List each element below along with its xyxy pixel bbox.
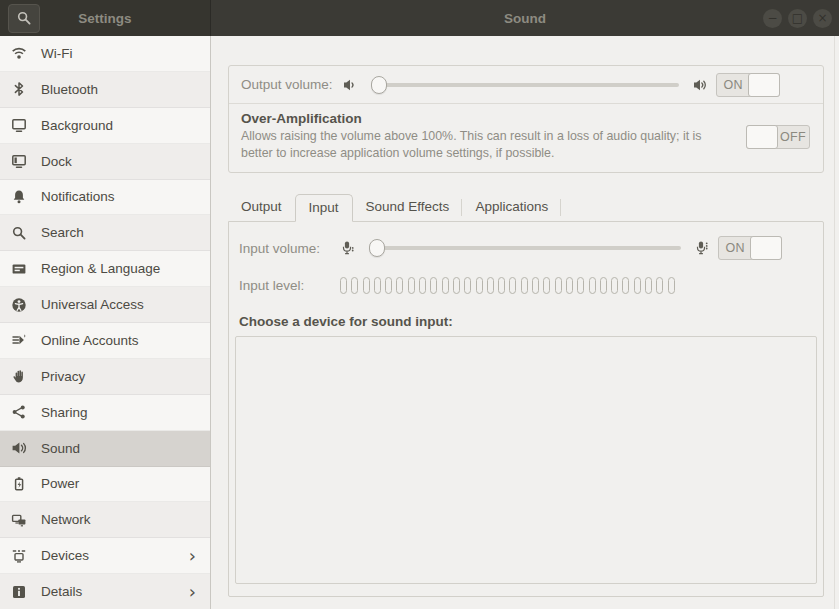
sidebar-item-background[interactable]: Background	[0, 108, 210, 144]
universal-access-icon	[10, 297, 28, 313]
maximize-button[interactable]: □	[788, 9, 807, 28]
level-segment	[668, 277, 675, 294]
sidebar-item-sound[interactable]: Sound	[0, 431, 210, 467]
sidebar-item-network[interactable]: Network	[0, 502, 210, 538]
sidebar-item-label: Notifications	[41, 189, 198, 204]
level-segment	[566, 277, 573, 294]
input-volume-slider-handle[interactable]	[369, 239, 385, 257]
slider-track[interactable]	[369, 246, 681, 250]
level-segment	[543, 277, 550, 294]
sidebar-headerbar: Settings	[0, 0, 211, 36]
settings-window: Settings Sound −□× Wi-FiBluetoothBackgro…	[0, 0, 839, 609]
background-icon	[10, 117, 28, 133]
input-volume-slider[interactable]	[369, 238, 681, 258]
power-icon	[10, 476, 28, 492]
slider-track[interactable]	[371, 83, 679, 87]
minimize-button[interactable]: −	[763, 9, 782, 28]
level-segment	[408, 277, 415, 294]
level-segment	[351, 277, 358, 294]
titlebar: Settings Sound −□×	[0, 0, 839, 36]
input-level-row: Input level:	[235, 273, 817, 297]
switch-handle[interactable]	[750, 236, 782, 260]
sidebar-item-region-language[interactable]: Region & Language	[0, 251, 210, 287]
volume-high-icon	[692, 77, 708, 93]
level-segment	[430, 277, 437, 294]
sidebar-item-label: Online Accounts	[41, 333, 198, 348]
sidebar-item-universal-access[interactable]: Universal Access	[0, 287, 210, 323]
sidebar-item-label: Universal Access	[41, 297, 198, 312]
level-segment	[374, 277, 381, 294]
level-segment	[396, 277, 403, 294]
close-button[interactable]: ×	[813, 9, 832, 28]
tab-output[interactable]: Output	[228, 194, 295, 221]
sidebar-item-notifications[interactable]: Notifications	[0, 180, 210, 216]
chevron-right-icon: ›	[189, 547, 196, 565]
sidebar-item-power[interactable]: Power	[0, 467, 210, 503]
wifi-icon	[10, 45, 28, 61]
level-segment	[634, 277, 641, 294]
sidebar-item-label: Background	[41, 118, 198, 133]
level-segment	[363, 277, 370, 294]
level-segment	[600, 277, 607, 294]
input-level-label: Input level:	[239, 278, 340, 293]
over-amplification-row: Over-Amplification Allows raising the vo…	[229, 104, 823, 172]
search-icon	[10, 225, 28, 241]
sidebar-item-sharing[interactable]: Sharing	[0, 395, 210, 431]
tab-sound-effects[interactable]: Sound Effects	[353, 194, 463, 221]
output-volume-slider[interactable]	[371, 75, 679, 95]
level-segment	[589, 277, 596, 294]
level-segment	[498, 277, 505, 294]
chevron-right-icon: ›	[189, 583, 196, 601]
input-device-list[interactable]	[235, 336, 817, 584]
notifications-icon	[10, 189, 28, 205]
switch-state-label: ON	[719, 237, 751, 259]
mic-high-icon	[694, 240, 710, 256]
bluetooth-icon	[10, 81, 28, 97]
over-amplification-description: Allows raising the volume above 100%. Th…	[241, 128, 736, 161]
main-headerbar: Sound −□×	[211, 0, 839, 36]
sidebar-item-privacy[interactable]: Privacy	[0, 359, 210, 395]
sidebar-item-online-accounts[interactable]: Online Accounts	[0, 323, 210, 359]
devices-icon	[10, 548, 28, 564]
sidebar-item-label: Search	[41, 225, 198, 240]
sidebar-item-bluetooth[interactable]: Bluetooth	[0, 72, 210, 108]
dock-icon	[10, 153, 28, 169]
sidebar-item-dock[interactable]: Dock	[0, 144, 210, 180]
input-volume-label: Input volume:	[239, 241, 332, 256]
sidebar-item-label: Wi-Fi	[41, 46, 198, 61]
level-segment	[645, 277, 652, 294]
tab-input[interactable]: Input	[295, 194, 353, 222]
level-segment	[532, 277, 539, 294]
output-volume-card: Output volume: ON Over-Amplificat	[228, 65, 824, 173]
input-volume-switch[interactable]: ON	[718, 236, 782, 260]
level-segment	[442, 277, 449, 294]
tab-applications[interactable]: Applications	[462, 194, 561, 221]
output-volume-switch[interactable]: ON	[716, 73, 780, 97]
sidebar-item-label: Network	[41, 512, 198, 527]
switch-handle[interactable]	[746, 125, 778, 149]
window-title: Sound	[211, 11, 839, 26]
level-segment	[611, 277, 618, 294]
sidebar-item-search[interactable]: Search	[0, 215, 210, 251]
sidebar-item-wi-fi[interactable]: Wi-Fi	[0, 36, 210, 72]
sidebar-item-details[interactable]: Details›	[0, 574, 210, 609]
input-tab-panel: Input volume: ON Input level:	[228, 221, 824, 597]
privacy-icon	[10, 368, 28, 384]
output-volume-slider-handle[interactable]	[371, 76, 387, 94]
sidebar-item-devices[interactable]: Devices›	[0, 538, 210, 574]
input-volume-row: Input volume: ON	[235, 232, 817, 264]
sidebar-item-label: Devices	[41, 548, 176, 563]
over-amplification-switch[interactable]: OFF	[746, 125, 810, 149]
input-level-meter	[340, 277, 675, 294]
sidebar-item-label: Power	[41, 476, 198, 491]
search-button[interactable]	[8, 4, 40, 33]
switch-handle[interactable]	[748, 73, 780, 97]
level-segment	[509, 277, 516, 294]
switch-state-label: ON	[717, 74, 749, 96]
sidebar-item-label: Details	[41, 584, 176, 599]
level-segment	[476, 277, 483, 294]
level-segment	[622, 277, 629, 294]
level-segment	[453, 277, 460, 294]
sidebar-item-label: Privacy	[41, 369, 198, 384]
level-segment	[555, 277, 562, 294]
